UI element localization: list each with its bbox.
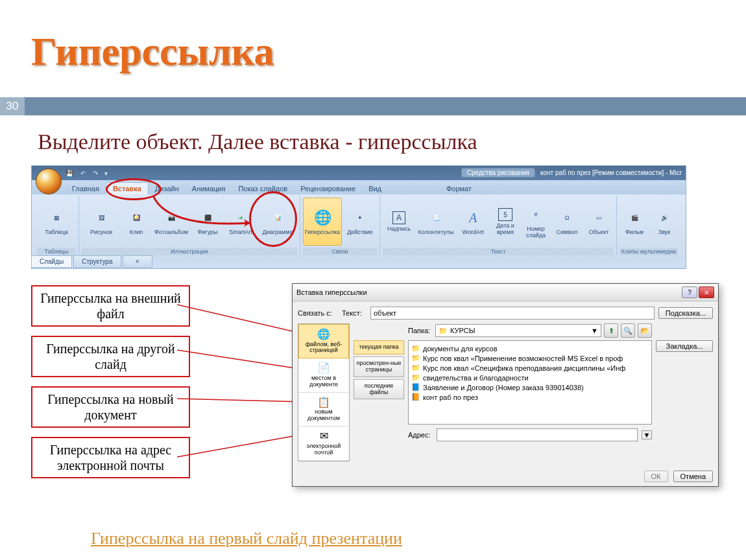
btn-table[interactable]: ▦Таблица [37, 198, 76, 246]
pane-close[interactable]: × [123, 255, 152, 268]
wordart-icon: A [463, 208, 483, 228]
callout-other-slide: Гиперссылка на другой слайд [31, 336, 190, 377]
address-dropdown-icon[interactable]: ▼ [642, 430, 652, 439]
tab-view[interactable]: Вид [362, 183, 388, 194]
group-label-links: Связи [303, 248, 377, 255]
bookmark-button[interactable]: Закладка... [656, 340, 713, 352]
btn-sound[interactable]: 🔊Звук [651, 198, 678, 246]
btn-action[interactable]: ✦Действие [343, 198, 377, 246]
picture-icon: 🖼 [91, 208, 111, 228]
callout-email: Гиперссылка на адрес электронной почты [31, 437, 190, 478]
browse-visited-pages[interactable]: просмотрен-ные страницы [354, 356, 404, 377]
text-input[interactable] [370, 307, 655, 320]
symbol-icon: Ω [557, 208, 577, 228]
btn-shapes[interactable]: ⬛Фигуры [192, 198, 223, 246]
chart-icon: 📊 [268, 208, 287, 228]
btn-headerfooter[interactable]: 📃Колонтитулы [416, 198, 455, 246]
btn-symbol[interactable]: ΩСимвол [551, 198, 583, 246]
folder-select[interactable]: 📁КУРСЫ▼ [435, 324, 601, 337]
file-item[interactable]: 📙конт раб по през [411, 392, 649, 402]
cancel-button[interactable]: Отмена [673, 471, 713, 482]
group-tables: ▦Таблица Таблицы [34, 196, 79, 255]
dialog-close-button[interactable]: ✕ [699, 286, 714, 298]
group-label-illustrations: Иллюстрации [82, 248, 297, 255]
table-icon: ▦ [47, 208, 66, 228]
file-list[interactable]: 📁документы для курсов 📁Курс пов квал «Пр… [408, 340, 652, 425]
office-orb-icon[interactable] [36, 169, 62, 194]
group-label-tables: Таблицы [37, 248, 76, 255]
btn-movie[interactable]: 🎬Фильм [620, 198, 649, 246]
btn-photoalbum[interactable]: 📷Фотоальбом [152, 198, 191, 246]
btn-textbox[interactable]: AНадпись [383, 198, 415, 246]
tab-review[interactable]: Рецензирование [294, 183, 362, 194]
btn-slidenum[interactable]: #Номер слайда [522, 198, 550, 246]
folder-icon: 📁 [439, 327, 448, 335]
linkto-new-doc[interactable]: 📋новым документом [298, 393, 349, 426]
browse-web-button[interactable]: 🔍 [621, 323, 635, 338]
right-buttons: Закладка... [656, 340, 713, 461]
folder-icon: 📁 [411, 344, 420, 353]
group-links: 🌐Гиперссылка ✦Действие Связи [300, 196, 380, 255]
btn-smartart[interactable]: ➜SmartArt [224, 198, 257, 246]
insert-hyperlink-dialog: Вставка гиперссылки ? ✕ Связать с: Текст… [292, 283, 719, 487]
tab-animation[interactable]: Анимация [186, 183, 232, 194]
pane-slides[interactable]: Слайды [31, 255, 72, 268]
hint-button[interactable]: Подсказка... [658, 307, 713, 319]
browse-column: текущая папка просмотрен-ные страницы по… [354, 340, 404, 461]
file-item[interactable]: 📁Курс пов квал «Применение возможностей … [411, 353, 649, 363]
btn-chart[interactable]: 📊Диаграмма [258, 198, 297, 246]
group-text: AНадпись 📃Колонтитулы AWordArt 5Дата и в… [380, 196, 617, 255]
btn-datetime[interactable]: 5Дата и время [490, 198, 520, 246]
shapes-icon: ⬛ [198, 208, 217, 228]
callout-external-file: Гиперссылка на внешний файл [31, 285, 190, 327]
linkto-file-web[interactable]: 🌐файлом, веб-страницей [298, 324, 349, 358]
album-icon: 📷 [162, 208, 181, 228]
dialog-title-text: Вставка гиперссылки [296, 288, 367, 296]
pane-structure[interactable]: Структура [73, 255, 121, 268]
slide-subtitle: Выделите объект. Далее вставка - гиперсс… [38, 130, 477, 154]
sound-icon: 🔊 [655, 208, 674, 228]
btn-picture[interactable]: 🖼Рисунок [82, 198, 121, 246]
browse-current-folder[interactable]: текущая папка [354, 340, 404, 355]
address-input[interactable] [437, 428, 638, 441]
ok-button[interactable]: ОК [644, 471, 668, 482]
title-band [25, 97, 746, 115]
btn-hyperlink[interactable]: 🌐Гиперссылка [303, 198, 342, 246]
group-label-text: Текст [383, 248, 614, 255]
file-item[interactable]: 📁документы для курсов [411, 344, 649, 353]
btn-object[interactable]: ▭Объект [584, 198, 614, 246]
textbox-icon: A [392, 211, 405, 224]
document-icon: 📄 [300, 362, 347, 374]
ribbon-content: ▦Таблица Таблицы 🖼Рисунок 🎑Клип 📷Фотоаль… [32, 194, 686, 257]
svg-line-0 [177, 305, 304, 334]
file-item[interactable]: 📁Курс пов квал «Специфика преподавания д… [411, 363, 649, 373]
linkto-email[interactable]: ✉электронной почтой [298, 426, 349, 460]
btn-clip[interactable]: 🎑Клип [122, 198, 150, 246]
globe-link-icon: 🌐 [313, 208, 332, 228]
linkto-place-in-doc[interactable]: 📄местом в документе [298, 358, 349, 392]
tab-home[interactable]: Главная [66, 183, 106, 194]
up-folder-button[interactable]: ⬆ [604, 323, 618, 338]
tab-design[interactable]: Дизайн [149, 183, 186, 194]
word-icon: 📘 [411, 383, 420, 391]
group-media: 🎬Фильм 🔊Звук Клипы мультимедиа [617, 196, 680, 255]
browse-file-button[interactable]: 📂 [638, 323, 652, 338]
btn-wordart[interactable]: AWordArt [457, 198, 489, 246]
tab-format[interactable]: Формат [440, 183, 478, 194]
file-item[interactable]: 📘Заявление и Договор (Номер заказа 93901… [411, 382, 649, 392]
folder-icon: 📁 [411, 364, 420, 372]
qat-buttons[interactable]: 💾 ↶ ↷ ▾ [66, 170, 110, 177]
link-to-first-slide[interactable]: Гиперссылка на первый слайд презентации [91, 529, 402, 548]
tab-insert[interactable]: Вставка [106, 182, 149, 194]
file-item[interactable]: 📁свидетельства и благодарности [411, 373, 649, 382]
dialog-footer: ОК Отмена [293, 467, 718, 486]
svg-line-3 [177, 434, 304, 457]
powerpoint-ribbon: 💾 ↶ ↷ ▾ Средства рисования конт раб по п… [31, 165, 686, 269]
linkto-label: Связать с: [298, 309, 338, 317]
tab-slideshow[interactable]: Показ слайдов [232, 183, 294, 194]
outline-panes: Слайды Структура × [31, 255, 154, 268]
browse-recent-files[interactable]: последние файлы [354, 379, 404, 400]
quick-access-toolbar: 💾 ↶ ↷ ▾ Средства рисования конт раб по п… [32, 166, 686, 180]
dialog-help-button[interactable]: ? [682, 286, 697, 298]
date-icon: 5 [498, 208, 512, 221]
